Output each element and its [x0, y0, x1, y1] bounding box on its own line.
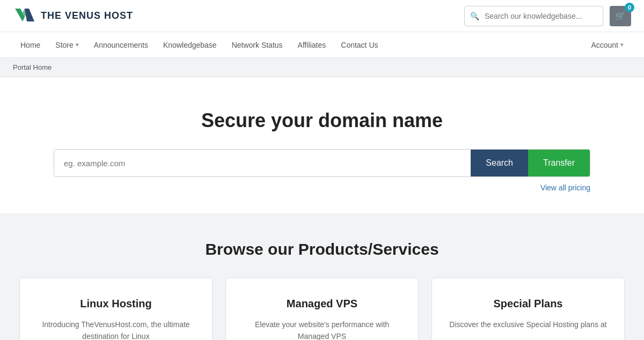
- brand-name-text: THE VENUS HOST: [41, 10, 133, 21]
- store-dropdown-icon: ▾: [76, 41, 79, 48]
- cart-icon: 🛒: [615, 11, 626, 21]
- cart-button[interactable]: 🛒 0: [610, 6, 631, 26]
- products-grid: Linux Hosting Introducing TheVenusHost.c…: [13, 278, 631, 340]
- cart-badge: 0: [625, 3, 634, 12]
- breadcrumb-link[interactable]: Portal Home: [13, 63, 52, 71]
- domain-search-button[interactable]: Search: [471, 150, 528, 176]
- nav-label-knowledgebase: Knowledgebase: [163, 41, 217, 49]
- nav-label-announcements: Announcements: [94, 41, 148, 49]
- knowledgebase-search-input[interactable]: [485, 12, 603, 20]
- product-title-vps: Managed VPS: [241, 298, 403, 310]
- nav-label-affiliates: Affiliates: [298, 41, 326, 49]
- products-section: Browse our Products/Services Linux Hosti…: [0, 213, 644, 340]
- nav-item-affiliates[interactable]: Affiliates: [290, 32, 334, 58]
- navbar-right: 🔍 🛒 0: [464, 6, 631, 26]
- view-all-pricing-link[interactable]: View all pricing: [54, 183, 590, 192]
- products-section-title: Browse our Products/Services: [13, 240, 631, 258]
- nav-item-account[interactable]: Account ▾: [583, 32, 631, 58]
- nav-item-announcements[interactable]: Announcements: [86, 32, 156, 58]
- domain-search-bar: Search Transfer: [54, 149, 590, 177]
- hero-section: Secure your domain name Search Transfer …: [0, 77, 644, 213]
- search-nav-icon: 🔍: [465, 12, 485, 20]
- nav-item-contact-us[interactable]: Contact Us: [333, 32, 385, 58]
- nav-label-contact-us: Contact Us: [341, 41, 378, 49]
- product-title-special: Special Plans: [447, 298, 609, 310]
- product-desc-linux: Introducing TheVenusHost.com, the ultima…: [35, 319, 197, 340]
- knowledgebase-search-box: 🔍: [464, 6, 603, 26]
- nav-item-home[interactable]: Home: [13, 32, 48, 58]
- nav-item-knowledgebase[interactable]: Knowledgebase: [156, 32, 224, 58]
- product-card-vps: Managed VPS Elevate your website's perfo…: [225, 278, 419, 340]
- product-title-linux: Linux Hosting: [35, 298, 197, 310]
- breadcrumb: Portal Home: [0, 58, 644, 77]
- nav-label-account: Account: [591, 41, 618, 49]
- nav-label-network-status: Network Status: [232, 41, 283, 49]
- nav-menu: Home Store ▾ Announcements Knowledgebase…: [0, 32, 644, 58]
- domain-search-input[interactable]: [54, 150, 471, 176]
- vh-logo-icon: [13, 6, 36, 26]
- nav-label-store: Store: [55, 41, 73, 49]
- brand-logo-link[interactable]: THE VENUS HOST: [13, 6, 133, 26]
- product-desc-vps: Elevate your website's performance with …: [241, 319, 403, 340]
- navbar: THE VENUS HOST 🔍 🛒 0: [0, 0, 644, 32]
- product-desc-special: Discover the exclusive Special Hosting p…: [447, 319, 609, 330]
- nav-label-home: Home: [20, 41, 40, 49]
- domain-transfer-button[interactable]: Transfer: [528, 150, 590, 176]
- product-card-special: Special Plans Discover the exclusive Spe…: [431, 278, 625, 340]
- hero-title: Secure your domain name: [13, 109, 631, 132]
- product-card-linux: Linux Hosting Introducing TheVenusHost.c…: [19, 278, 213, 340]
- nav-item-store[interactable]: Store ▾: [48, 32, 86, 58]
- account-dropdown-icon: ▾: [620, 41, 624, 48]
- nav-item-network-status[interactable]: Network Status: [224, 32, 290, 58]
